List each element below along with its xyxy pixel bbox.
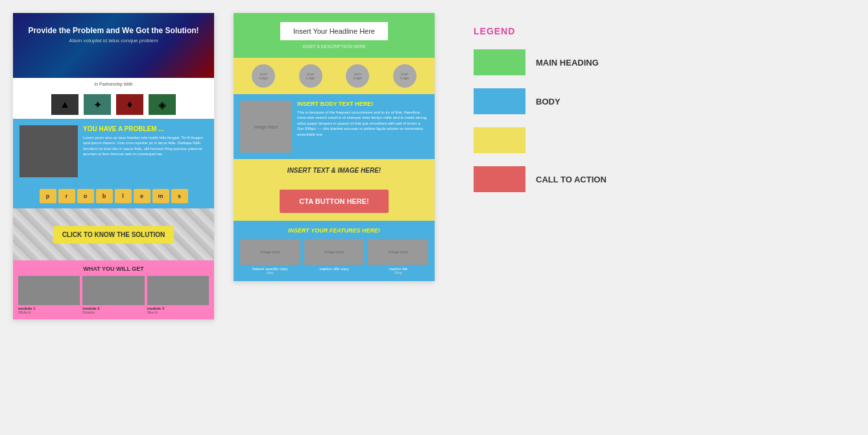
tpl-feature-img-1: Image here [240, 239, 300, 265]
cta-section: CLICK TO KNOW THE SOLUTION [13, 208, 214, 260]
middle-template: Insert Your Headline Here INSET A DESCRI… [234, 13, 435, 281]
tpl-icon-1: iconLogo [252, 64, 275, 88]
logo-3: ♦ [116, 94, 143, 115]
tile-o: o [77, 189, 94, 203]
wyg-images: module 1 Sffulla tit module 2 Slixation … [18, 276, 209, 314]
tpl-feature-sub-3: Shop [368, 271, 428, 275]
tpl-body-text: INSERT BODY TEXT HERE! This is because o… [297, 101, 428, 153]
tpl-feature-1: Image here feature specific copy shop [240, 239, 300, 275]
tpl-features-title: INSERT YOUR FEATURES HERE! [240, 227, 428, 234]
problem-body: Lorem proin arcu at risus blanket orbi m… [83, 135, 208, 157]
wyg-sub-3: Sllax tit [147, 310, 209, 314]
tpl-features-grid: Image here feature specific copy shop Im… [240, 239, 428, 275]
left-preview: Provide the Problem and We Got the Solut… [13, 13, 214, 319]
tpl-body-section: Image Here INSERT BODY TEXT HERE! This i… [234, 94, 435, 159]
legend-title: LEGEND [474, 26, 836, 36]
tile-r: r [58, 189, 75, 203]
tpl-icon-4: iconLogo [393, 64, 416, 88]
tile-s: s [171, 189, 188, 203]
legend-panel: LEGEND MAIN HEADING BODY CALL TO ACTION [454, 13, 855, 218]
tpl-body-para: This is because of the frequent occurren… [297, 110, 428, 137]
tpl-feature-sub-1: shop [240, 271, 300, 275]
tile-p: p [40, 189, 56, 203]
legend-item-yellow [474, 127, 836, 153]
tile-m: m [152, 189, 169, 203]
problems-banner: p r o b l e m s [13, 184, 214, 208]
wyg-sub-2: Slixation [82, 310, 144, 314]
legend-label-body: BODY [536, 97, 561, 106]
tpl-headline-box: Insert Your Headline Here [280, 22, 388, 40]
tpl-body-image: Image Here [240, 101, 292, 153]
tpl-feature-img-3: Image here [368, 239, 428, 265]
wyg-item-3: module 3 Sllax tit [147, 276, 209, 314]
problem-title: YOU HAVE A PROBLEM ... [83, 125, 208, 132]
tpl-feature-2: Image here caption offe copy [304, 239, 365, 275]
tpl-icons-row: iconLogo iconLogo iconLogo iconLogo [234, 58, 435, 94]
tpl-feature-text-2: caption offe copy [304, 267, 365, 271]
wyg-img-2 [82, 276, 144, 305]
wyg-item-2: module 2 Slixation [82, 276, 144, 314]
legend-color-red [474, 166, 525, 192]
legend-label-cta: CALL TO ACTION [536, 175, 607, 184]
legend-item-cta: CALL TO ACTION [474, 166, 836, 192]
tile-l: l [115, 189, 132, 203]
tpl-icon-2: iconLogo [299, 64, 322, 88]
tpl-icon-3: iconLogo [346, 64, 369, 88]
logo-4: ◈ [149, 94, 176, 115]
tpl-feature-img-2: Image here [304, 239, 365, 265]
logo-1: ▲ [51, 94, 78, 115]
wyg-section: WHAT YOU WILL GET module 1 Sffulla tit m… [13, 260, 214, 319]
tile-e: e [134, 189, 151, 203]
tile-b: b [96, 189, 113, 203]
legend-color-green [474, 49, 525, 75]
hero-subtitle: Alium voluptat id latus conque problem [23, 38, 204, 44]
problem-text: YOU HAVE A PROBLEM ... Lorem proin arcu … [83, 125, 208, 177]
partners-label: In Partnership With [13, 78, 214, 90]
tpl-cta-button[interactable]: CTA BUTTON HERE! [280, 190, 388, 213]
wyg-title: WHAT YOU WILL GET [18, 266, 209, 272]
legend-label-heading: MAIN HEADING [536, 58, 599, 68]
legend-color-yellow [474, 127, 525, 153]
hero-section: Provide the Problem and We Got the Solut… [13, 13, 214, 78]
tpl-text-image-section: INSERT TEXT & IMAGE HERE! [234, 159, 435, 182]
wyg-img-3 [147, 276, 209, 305]
logos-row: ▲ ✦ ♦ ◈ [13, 90, 214, 119]
legend-color-blue [474, 88, 525, 114]
tpl-features-section: INSERT YOUR FEATURES HERE! Image here fe… [234, 221, 435, 281]
wyg-img-1 [18, 276, 80, 305]
problems-tiles: p r o b l e m s [18, 189, 209, 203]
wyg-item-1: module 1 Sffulla tit [18, 276, 80, 314]
tpl-cta-section: CTA BUTTON HERE! [234, 182, 435, 221]
tpl-body-title: INSERT BODY TEXT HERE! [297, 101, 428, 107]
cta-button[interactable]: CLICK TO KNOW THE SOLUTION [53, 226, 175, 243]
legend-item-body: BODY [474, 88, 836, 114]
logo-2: ✦ [84, 94, 111, 115]
tpl-feature-3: Image here caption ttle Shop [368, 239, 428, 275]
problem-section: YOU HAVE A PROBLEM ... Lorem proin arcu … [13, 119, 214, 184]
tpl-text-image-label: INSERT TEXT & IMAGE HERE! [241, 167, 427, 174]
tpl-headline-sub: INSET A DESCRIPTION HERE [243, 44, 426, 49]
legend-item-heading: MAIN HEADING [474, 49, 836, 75]
wyg-sub-1: Sffulla tit [18, 310, 80, 314]
problem-image [19, 125, 78, 177]
tpl-headline-section: Insert Your Headline Here INSET A DESCRI… [234, 13, 435, 58]
hero-title: Provide the Problem and We Got the Solut… [23, 26, 204, 35]
